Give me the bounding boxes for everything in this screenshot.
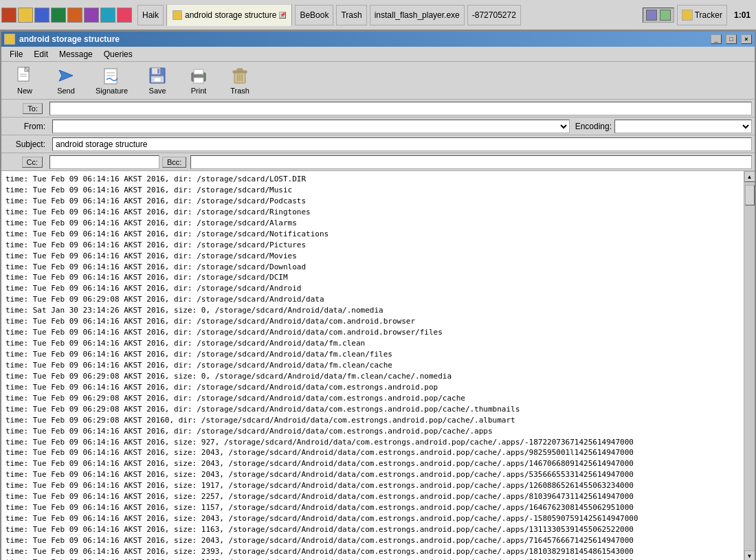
save-label: Save [149, 87, 166, 95]
content-line: time: Tue Feb 09 06:14:16 AKST 2016, dir… [5, 327, 740, 338]
tracker-label: Tracker [695, 10, 722, 20]
save-button[interactable]: Save [140, 63, 175, 98]
svg-rect-17 [194, 78, 203, 83]
tray-icon-1 [646, 10, 657, 21]
content-line: time: Tue Feb 09 06:14:16 AKST 2016, dir… [5, 426, 740, 437]
content-line: time: Tue Feb 09 06:14:16 AKST 2016, dir… [5, 382, 740, 393]
send-label: Send [57, 87, 75, 95]
content-line: time: Tue Feb 09 06:14:16 AKST 2016, siz… [5, 469, 740, 480]
from-row: From: Encoding: [1, 117, 755, 135]
app-window: android storage structure _ □ × File Edi… [0, 30, 756, 560]
content-line: time: Tue Feb 09 06:14:16 AKST 2016, dir… [5, 283, 740, 294]
content-line: time: Tue Feb 09 06:14:16 AKST 2016, siz… [5, 535, 740, 546]
scroll-thumb[interactable] [745, 185, 755, 205]
trash-label: Trash [230, 87, 249, 95]
scroll-up-button[interactable]: ▲ [744, 171, 755, 182]
cc-input[interactable] [49, 155, 159, 169]
minimize-button[interactable]: _ [711, 34, 722, 44]
taskbar-app-android-pin[interactable]: 📌 [279, 12, 286, 19]
save-icon [148, 66, 167, 85]
svg-rect-14 [154, 78, 161, 82]
app-icon [4, 34, 15, 45]
trash-button[interactable]: Trash [222, 63, 258, 98]
from-label: From: [1, 120, 49, 133]
svg-rect-7 [104, 69, 117, 84]
bcc-button[interactable]: Bcc: [162, 157, 186, 168]
print-label: Print [191, 87, 207, 95]
content-line: time: Tue Feb 09 06:14:16 AKST 2016, dir… [5, 272, 740, 283]
taskbar-icon-7 [100, 8, 115, 23]
content-area: time: Tue Feb 09 06:14:16 AKST 2016, dir… [1, 171, 755, 560]
content-line: time: Tue Feb 09 06:14:16 AKST 2016, siz… [5, 546, 740, 557]
cc-bcc-row: Cc: Bcc: [1, 153, 755, 171]
subject-row: Subject: [1, 135, 755, 153]
content-line: time: Tue Feb 09 06:14:16 AKST 2016, siz… [5, 502, 740, 513]
content-line: time: Tue Feb 09 06:14:16 AKST 2016, dir… [5, 174, 740, 185]
signature-label: Signature [96, 87, 128, 95]
menu-edit[interactable]: Edit [28, 48, 54, 60]
menu-file[interactable]: File [4, 48, 28, 60]
content-line: time: Tue Feb 09 06:14:16 AKST 2016, dir… [5, 262, 740, 273]
content-line: time: Tue Feb 09 06:29:08 AKST 2016, dir… [5, 404, 740, 415]
svg-point-18 [202, 75, 204, 77]
from-select[interactable] [52, 120, 570, 133]
system-tray-left [1, 8, 132, 23]
taskbar-right: Tracker 1:01 [643, 5, 755, 25]
compose-area: To: From: Encoding: Subject: Cc: [1, 100, 755, 171]
to-button[interactable]: To: [23, 103, 43, 114]
taskbar-app-android-storage[interactable]: android storage structure 📌 [166, 4, 292, 26]
new-button[interactable]: New [7, 63, 43, 98]
taskbar-app-number[interactable]: -872705272 [467, 5, 521, 25]
cc-button[interactable]: Cc: [22, 157, 43, 168]
content-line: time: Tue Feb 09 06:29:08 AKST 2016, siz… [5, 371, 740, 382]
email-body[interactable]: time: Tue Feb 09 06:14:16 AKST 2016, dir… [1, 171, 744, 560]
content-line: time: Sat Jan 30 23:14:26 AKST 2016, siz… [5, 305, 740, 316]
taskbar-app-flash-label: install_flash_player.exe [375, 10, 460, 20]
menu-message[interactable]: Message [54, 48, 98, 60]
content-line: time: Tue Feb 09 06:29:08 AKST 2016, dir… [5, 294, 740, 305]
taskbar-icon-3 [34, 8, 49, 23]
trash-icon [230, 66, 249, 85]
menu-queries[interactable]: Queries [98, 48, 138, 60]
clock: 1:01 [730, 10, 755, 20]
bcc-input[interactable] [190, 155, 752, 169]
maximize-button[interactable]: □ [726, 34, 737, 44]
content-line: time: Tue Feb 09 06:14:16 AKST 2016, siz… [5, 513, 740, 524]
content-line: time: Tue Feb 09 06:14:16 AKST 2016, dir… [5, 316, 740, 327]
taskbar-app-bebook[interactable]: BeBook [295, 5, 333, 25]
taskbar-app-haiku[interactable]: Haik [137, 5, 164, 25]
window-title: android storage structure [19, 34, 707, 44]
content-line: time: Tue Feb 09 06:14:16 AKST 2016, dir… [5, 240, 740, 251]
cc-area: Cc: [1, 155, 49, 170]
vertical-scrollbar[interactable]: ▲ ▼ [744, 171, 755, 560]
content-line: time: Tue Feb 09 06:43:42 AKST 2016, siz… [5, 557, 740, 560]
scroll-down-button[interactable]: ▼ [744, 550, 755, 560]
close-button[interactable]: × [741, 34, 752, 44]
content-line: time: Tue Feb 09 06:14:16 AKST 2016, dir… [5, 207, 740, 218]
taskbar-app-flash[interactable]: install_flash_player.exe [370, 5, 465, 25]
subject-input[interactable] [52, 137, 752, 151]
print-button[interactable]: Print [181, 63, 216, 98]
title-bar: android storage structure _ □ × [1, 32, 755, 47]
taskbar-icon-8 [117, 8, 132, 23]
send-button[interactable]: Send [48, 63, 84, 98]
scroll-track [744, 182, 755, 550]
content-line: time: Tue Feb 09 06:14:16 AKST 2016, dir… [5, 185, 740, 196]
content-line: time: Tue Feb 09 06:14:16 AKST 2016, dir… [5, 229, 740, 240]
taskbar-icon-5 [67, 8, 82, 23]
taskbar-app-trash[interactable]: Trash [336, 5, 366, 25]
taskbar-app-android-icon [173, 10, 182, 20]
content-line: time: Tue Feb 09 06:14:16 AKST 2016, dir… [5, 349, 740, 360]
taskbar-app-haiku-label: Haik [142, 10, 159, 20]
content-line: time: Tue Feb 09 06:29:08 AKST 2016, dir… [5, 393, 740, 404]
to-input[interactable] [49, 102, 752, 115]
encoding-select[interactable] [614, 120, 752, 133]
content-line: time: Tue Feb 09 06:14:16 AKST 2016, siz… [5, 437, 740, 448]
to-label: To: [1, 101, 49, 116]
signature-button[interactable]: Signature [89, 63, 134, 98]
tracker-button[interactable]: Tracker [677, 5, 727, 25]
taskbar-icon-1 [1, 8, 16, 23]
content-line: time: Tue Feb 09 06:14:16 AKST 2016, siz… [5, 480, 740, 491]
signature-icon [102, 66, 122, 85]
content-line: time: Tue Feb 09 06:14:16 AKST 2016, dir… [5, 218, 740, 229]
